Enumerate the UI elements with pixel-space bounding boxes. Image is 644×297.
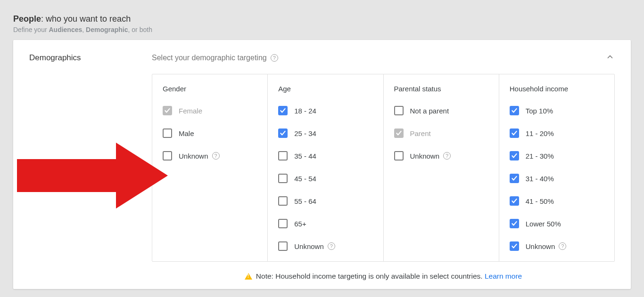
option-label: 25 - 34 <box>294 129 316 137</box>
option-31-40-[interactable]: 31 - 40% <box>510 174 604 183</box>
checkbox[interactable] <box>278 196 288 206</box>
checkbox[interactable] <box>394 151 404 161</box>
column-header: Parental status <box>394 85 488 93</box>
checkbox[interactable] <box>163 151 172 161</box>
option-female[interactable]: Female <box>163 106 257 115</box>
demographic-subheader: Select your demographic targeting <box>152 54 267 62</box>
checkbox[interactable] <box>278 128 288 138</box>
help-icon[interactable]: ? <box>328 242 335 250</box>
checkbox[interactable] <box>510 241 519 251</box>
people-header: People: who you want to reach <box>13 14 631 24</box>
option-lower-50-[interactable]: Lower 50% <box>510 219 604 228</box>
collapse-button[interactable] <box>605 52 615 64</box>
warning-icon <box>245 273 252 280</box>
option-65-[interactable]: 65+ <box>278 219 372 228</box>
option-18-24[interactable]: 18 - 24 <box>278 106 372 115</box>
help-icon[interactable]: ? <box>443 152 451 160</box>
option-male[interactable]: Male <box>163 128 257 138</box>
help-icon[interactable]: ? <box>559 242 566 250</box>
section-title: Demographics <box>29 52 152 63</box>
column-header: Household income <box>510 85 604 93</box>
option-label: Unknown? <box>179 152 220 160</box>
option-label: Female <box>179 107 202 115</box>
option-label: Unknown? <box>410 152 451 160</box>
option-label: Male <box>179 129 194 137</box>
option-unknown[interactable]: Unknown? <box>510 241 604 251</box>
option-label: Unknown? <box>294 242 335 250</box>
option-label: Not a parent <box>410 107 449 115</box>
option-41-50-[interactable]: 41 - 50% <box>510 196 604 206</box>
option-label: Parent <box>410 129 431 137</box>
option-top-10-[interactable]: Top 10% <box>510 106 604 115</box>
option-not-a-parent[interactable]: Not a parent <box>394 106 488 115</box>
option-21-30-[interactable]: 21 - 30% <box>510 151 604 161</box>
column-header: Age <box>278 85 372 93</box>
checkbox[interactable] <box>510 174 519 183</box>
checkbox[interactable] <box>278 174 288 183</box>
column-header: Gender <box>163 85 257 93</box>
column-gender: GenderFemaleMaleUnknown? <box>152 74 268 261</box>
option-label: 35 - 44 <box>294 152 316 160</box>
option-label: 55 - 64 <box>294 197 316 205</box>
option-label: 18 - 24 <box>294 107 316 115</box>
checkbox[interactable] <box>510 151 519 161</box>
checkbox[interactable] <box>278 151 288 161</box>
checkbox[interactable] <box>510 219 519 228</box>
help-icon[interactable]: ? <box>271 54 278 62</box>
checkbox[interactable] <box>510 106 519 115</box>
checkbox[interactable] <box>163 106 172 115</box>
column-household-income: Household incomeTop 10%11 - 20%21 - 30%3… <box>499 74 614 261</box>
people-subheader: Define your Audiences, Demographic, or b… <box>13 26 631 33</box>
option-label: 21 - 30% <box>526 152 554 160</box>
checkbox[interactable] <box>394 128 404 138</box>
demographic-columns: GenderFemaleMaleUnknown?Age18 - 2425 - 3… <box>152 74 615 262</box>
checkbox[interactable] <box>163 128 172 138</box>
checkbox[interactable] <box>278 219 288 228</box>
option-label: Unknown? <box>526 242 567 250</box>
help-icon[interactable]: ? <box>212 152 220 160</box>
checkbox[interactable] <box>278 106 288 115</box>
option-11-20-[interactable]: 11 - 20% <box>510 128 604 138</box>
option-label: Lower 50% <box>526 220 561 228</box>
option-55-64[interactable]: 55 - 64 <box>278 196 372 206</box>
checkbox[interactable] <box>510 196 519 206</box>
option-label: 41 - 50% <box>526 197 554 205</box>
column-age: Age18 - 2425 - 3435 - 4445 - 5455 - 6465… <box>268 74 383 261</box>
column-parental-status: Parental statusNot a parentParentUnknown… <box>384 74 499 261</box>
option-label: Top 10% <box>526 107 553 115</box>
option-parent[interactable]: Parent <box>394 128 488 138</box>
option-unknown[interactable]: Unknown? <box>278 241 372 251</box>
option-45-54[interactable]: 45 - 54 <box>278 174 372 183</box>
option-35-44[interactable]: 35 - 44 <box>278 151 372 161</box>
option-label: 65+ <box>294 220 306 228</box>
checkbox[interactable] <box>394 106 404 115</box>
option-label: 45 - 54 <box>294 175 316 183</box>
option-label: 31 - 40% <box>526 175 554 183</box>
footer-note: Note: Household income targeting is only… <box>152 272 615 281</box>
option-label: 11 - 20% <box>526 129 554 137</box>
demographics-card: Demographics Select your demographic tar… <box>13 40 631 289</box>
option-25-34[interactable]: 25 - 34 <box>278 128 372 138</box>
option-unknown[interactable]: Unknown? <box>394 151 488 161</box>
checkbox[interactable] <box>510 128 519 138</box>
learn-more-link[interactable]: Learn more <box>485 272 522 280</box>
checkbox[interactable] <box>278 241 288 251</box>
option-unknown[interactable]: Unknown? <box>163 151 257 161</box>
